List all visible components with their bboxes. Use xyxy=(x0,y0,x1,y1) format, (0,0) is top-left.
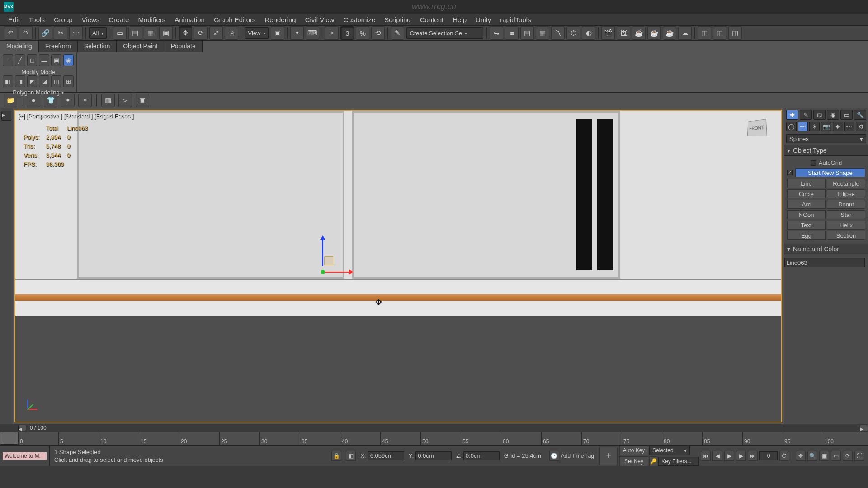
menu-create[interactable]: Create xyxy=(104,14,133,25)
cmdcat-helpers[interactable]: ❖ xyxy=(833,122,843,131)
cmdtab-hierarchy[interactable]: ⌬ xyxy=(813,110,826,120)
select-object-button[interactable]: ▭ xyxy=(113,26,127,40)
z-input[interactable] xyxy=(463,451,500,460)
current-frame-input[interactable] xyxy=(760,451,778,460)
prev-frame-button[interactable]: ◀ xyxy=(712,451,722,461)
cmdtab-motion[interactable]: ◉ xyxy=(827,110,839,120)
render-cloud-button[interactable]: ☁ xyxy=(678,26,692,40)
unlink-button[interactable]: ✂ xyxy=(54,26,67,40)
ribbon-extra-3[interactable]: ◩ xyxy=(27,75,38,87)
window-crossing-button[interactable]: ▣ xyxy=(159,26,173,40)
menu-edit[interactable]: Edit xyxy=(4,14,24,25)
cmdtab-display[interactable]: ▭ xyxy=(840,110,853,120)
cmdcat-lights[interactable]: ☀ xyxy=(809,122,820,131)
cmdcat-shapes[interactable]: 〰 xyxy=(798,122,808,131)
render-activeshade-button[interactable]: ☕ xyxy=(663,26,676,40)
ribbon-extra-6[interactable]: ⊞ xyxy=(63,75,74,87)
menu-group[interactable]: Group xyxy=(49,14,77,25)
key-mode-select[interactable]: Selected▾ xyxy=(649,446,690,455)
ribbon-tab-objectpaint[interactable]: Object Paint xyxy=(117,41,164,52)
rendered-frame-button[interactable]: 🖼 xyxy=(617,26,630,40)
edit-selection-set-button[interactable]: ✎ xyxy=(391,26,404,40)
ribbon-tab-selection[interactable]: Selection xyxy=(78,41,117,52)
curve-editor-button[interactable]: 〽 xyxy=(551,26,565,40)
nav-orbit-button[interactable]: ⟳ xyxy=(843,451,853,461)
create-line-button[interactable]: Line xyxy=(787,179,826,188)
menu-tools[interactable]: Tools xyxy=(24,14,49,25)
select-name-button[interactable]: ▤ xyxy=(128,26,142,40)
create-rectangle-button[interactable]: Rectangle xyxy=(827,179,865,188)
bind-spacewarp-button[interactable]: 〰 xyxy=(69,26,83,40)
link-button[interactable]: 🔗 xyxy=(38,26,52,40)
create-circle-button[interactable]: Circle xyxy=(787,189,826,198)
subobj-vertex-button[interactable]: · xyxy=(3,54,13,66)
menu-unity[interactable]: Unity xyxy=(471,14,495,25)
nav-pan-button[interactable]: ✥ xyxy=(796,451,806,461)
rollout-name-color-header[interactable]: ▾Name and Color xyxy=(784,244,868,254)
mirror-button[interactable]: ⇋ xyxy=(490,26,503,40)
autokey-button[interactable]: Auto Key xyxy=(619,446,648,455)
tb2-btn-2[interactable]: 👕 xyxy=(44,94,57,107)
cmdcat-spacewarps[interactable]: 〰 xyxy=(844,122,855,131)
time-config-button[interactable]: ⏱ xyxy=(779,451,789,461)
cmdcat-systems[interactable]: ⚙ xyxy=(856,122,866,131)
timeline-scroll-right[interactable]: ▸ xyxy=(860,425,868,431)
create-category-select[interactable]: Splines▾ xyxy=(786,134,866,143)
cmdcat-cameras[interactable]: 📷 xyxy=(821,122,831,131)
menu-content[interactable]: Content xyxy=(415,14,448,25)
tb2-btn-4[interactable]: ✧ xyxy=(78,94,92,107)
set-key-large-button[interactable]: + xyxy=(599,447,618,465)
viewcube[interactable]: FRONT xyxy=(741,120,772,145)
select-place-button[interactable]: ⎘ xyxy=(225,26,238,40)
menu-rapidtools[interactable]: rapidTools xyxy=(495,14,535,25)
left-rail-toggle[interactable]: ▸ xyxy=(1,111,11,121)
redo-button[interactable]: ↷ xyxy=(19,26,33,40)
subobj-edge-button[interactable]: ╱ xyxy=(15,54,25,66)
snap-2d-button[interactable]: ⌖ xyxy=(325,26,339,40)
setkey-button[interactable]: Set Key xyxy=(619,456,648,466)
ribbon-tab-modeling[interactable]: Modeling xyxy=(0,41,39,52)
create-star-button[interactable]: Star xyxy=(827,210,865,219)
subobj-poly-button[interactable]: ▬ xyxy=(39,54,49,66)
key-filters-button[interactable]: Key Filters... xyxy=(658,457,699,466)
select-scale-button[interactable]: ⤢ xyxy=(209,26,223,40)
plugin-btn-1[interactable]: ◫ xyxy=(698,26,711,40)
render-setup-button[interactable]: 🎬 xyxy=(601,26,615,40)
cmdtab-modify[interactable]: ✎ xyxy=(800,110,812,120)
cmdtab-utilities[interactable]: 🔧 xyxy=(854,110,866,120)
lock-selection-button[interactable]: 🔒 xyxy=(331,451,341,461)
key-icon-button[interactable]: 🔑 xyxy=(649,456,657,466)
abs-rel-toggle[interactable]: ◧ xyxy=(346,451,356,461)
maxscript-mini-listener[interactable]: Welcome to M: xyxy=(0,446,50,466)
selection-set-select[interactable]: Create Selection Se▾ xyxy=(406,27,483,39)
render-iterative-button[interactable]: ☕ xyxy=(647,26,661,40)
select-region-button[interactable]: ▦ xyxy=(144,26,157,40)
scene-explorer-toggle[interactable]: 📁 xyxy=(4,94,17,107)
keyboard-shortcut-button[interactable]: ⌨ xyxy=(306,26,319,40)
cmdcat-geometry[interactable]: ◯ xyxy=(786,122,797,131)
tb2-btn-3[interactable]: ✦ xyxy=(61,94,75,107)
add-time-tag-label[interactable]: Add Time Tag xyxy=(561,453,594,459)
ribbon-extra-5[interactable]: ◫ xyxy=(51,75,61,87)
undo-button[interactable]: ↶ xyxy=(4,26,17,40)
create-egg-button[interactable]: Egg xyxy=(787,231,826,240)
time-slider[interactable] xyxy=(0,432,18,445)
plugin-btn-3[interactable]: ◫ xyxy=(728,26,742,40)
menu-civilview[interactable]: Civil View xyxy=(301,14,339,25)
time-ruler[interactable]: 0510152025303540455055606570758085909510… xyxy=(0,432,868,445)
add-time-tag-button-icon[interactable]: 🕑 xyxy=(549,451,559,461)
tb2-btn-7[interactable]: ▣ xyxy=(136,94,149,107)
layer-explorer-button[interactable]: ▤ xyxy=(520,26,534,40)
pivot-center-button[interactable]: ▣ xyxy=(271,26,284,40)
viewport-label[interactable]: [+] [Perspective ] [Standard ] [Edged Fa… xyxy=(18,113,133,119)
menu-help[interactable]: Help xyxy=(448,14,471,25)
x-input[interactable] xyxy=(368,451,404,460)
schematic-view-button[interactable]: ⌬ xyxy=(566,26,580,40)
render-prod-button[interactable]: ☕ xyxy=(632,26,646,40)
ribbon-tab-populate[interactable]: Populate xyxy=(164,41,202,52)
create-ngon-button[interactable]: NGon xyxy=(787,210,826,219)
create-donut-button[interactable]: Donut xyxy=(827,200,865,209)
y-input[interactable] xyxy=(415,451,452,460)
selection-filter-select[interactable]: All▾ xyxy=(89,27,107,39)
menu-customize[interactable]: Customize xyxy=(339,14,380,25)
